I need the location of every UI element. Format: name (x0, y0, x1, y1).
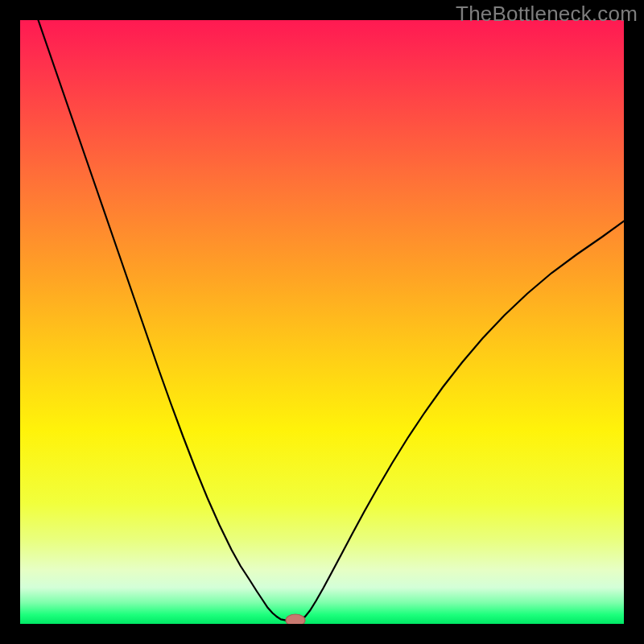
watermark-text: TheBottleneck.com (456, 2, 638, 27)
chart-frame: TheBottleneck.com (0, 0, 644, 644)
plot-background (20, 20, 624, 624)
minimum-marker (286, 614, 305, 624)
bottleneck-chart (20, 20, 624, 624)
